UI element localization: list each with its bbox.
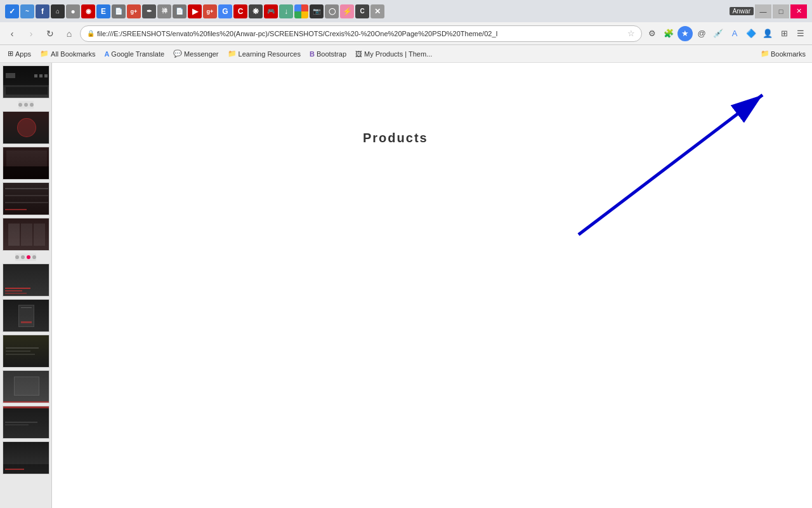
dots-row-2 [15, 253, 36, 261]
address-bar[interactable]: 🔒 file:///E:/SREENSHOTS/envato%20files%2… [80, 25, 642, 42]
address-text: file:///E:/SREENSHOTS/envato%20files%20(… [97, 30, 625, 37]
extension1-icon[interactable]: ★ [678, 26, 693, 41]
screen-icon[interactable]: ⊞ [776, 26, 792, 41]
thumbnail-8[interactable] [3, 335, 49, 368]
at-icon[interactable]: @ [694, 26, 709, 41]
star-icon[interactable]: ☆ [627, 29, 635, 38]
thumbnail-5[interactable] [3, 218, 49, 251]
nav-ext2[interactable]: 👤 [760, 26, 775, 41]
bookmark-learning[interactable]: 📁 Learning Resources [224, 48, 304, 59]
bookmark-bootstrap[interactable]: B Bootstrap [306, 49, 350, 59]
toolbar-icon-doc2[interactable]: 📄 [173, 4, 187, 18]
lock-icon: 🔒 [87, 30, 95, 37]
forward-button[interactable]: › [23, 25, 39, 42]
toolbar-icon-pen[interactable]: ✒ [142, 4, 156, 18]
reload-button[interactable]: ↻ [42, 25, 58, 42]
thumbnail-2[interactable] [3, 111, 49, 144]
settings-icon[interactable]: ⚙ [645, 26, 660, 41]
dot-3 [30, 103, 34, 107]
products-icon: 🖼 [355, 50, 362, 58]
thumb-img-8 [3, 335, 49, 367]
more-folder-icon: 📁 [761, 50, 769, 58]
toolbar-icons-row: ✓ ~ f ⌂ ● ◉ E 📄 g+ ✒ 禅 📄 ▶ g+ G C ❋ 🎮 ↓ … [5, 3, 807, 20]
thumbnail-4[interactable] [3, 182, 49, 215]
minimize-button[interactable]: — [755, 4, 771, 18]
products-text: Products [363, 131, 428, 145]
dot-7 [32, 255, 36, 259]
thumbnail-9[interactable] [3, 370, 49, 403]
thumb-img-3 [3, 147, 49, 179]
toolbar-icon-c2[interactable]: C [355, 4, 369, 18]
thumbnail-sidebar[interactable] [0, 63, 52, 508]
nav-ext1[interactable]: 🔷 [743, 26, 759, 41]
eyedropper-icon[interactable]: 💉 [710, 26, 726, 41]
toolbar-icon-chrome[interactable] [294, 4, 308, 18]
toolbar-icon-doc[interactable]: 📄 [112, 4, 126, 18]
bootstrap-icon: B [310, 50, 315, 58]
translate-icon[interactable]: A [727, 26, 742, 41]
more-bookmarks-label: Bookmarks [771, 50, 806, 58]
content-area: Products [0, 63, 812, 508]
thumbnail-6[interactable] [3, 264, 49, 297]
bookmark-all-bookmarks[interactable]: 📁 All Bookmarks [36, 48, 99, 59]
toolbar-icon-e[interactable]: E [96, 4, 110, 18]
thumbnail-3[interactable] [3, 147, 49, 180]
toolbar-icon-dot[interactable]: ● [66, 4, 80, 18]
toolbar-icon-gplus[interactable]: g+ [127, 4, 141, 18]
bootstrap-label: Bootstrap [317, 50, 346, 58]
folder-icon: 📁 [40, 50, 49, 58]
navigation-bar: ‹ › ↻ ⌂ 🔒 file:///E:/SREENSHOTS/envato%2… [0, 22, 812, 45]
puzzle-icon[interactable]: 🧩 [661, 26, 676, 41]
chrome-window: ✓ ~ f ⌂ ● ◉ E 📄 g+ ✒ 禅 📄 ▶ g+ G C ❋ 🎮 ↓ … [0, 0, 812, 508]
apps-icon: ⊞ [8, 50, 13, 58]
thumb-img-9 [3, 371, 49, 403]
toolbar-icon-gplus2[interactable]: g+ [203, 4, 217, 18]
toolbar-icon-wave[interactable]: ~ [20, 4, 34, 18]
more-bookmarks[interactable]: 📁 Bookmarks [758, 48, 808, 59]
dot-1 [18, 103, 22, 107]
bookmark-myproducts[interactable]: 🖼 My Products | Them... [351, 49, 436, 59]
thumbnail-7[interactable] [3, 299, 49, 332]
bookmark-messenger[interactable]: 💬 Messenger [169, 48, 222, 59]
toolbar-icon-close[interactable]: ✕ [370, 4, 384, 18]
thumb-img-2 [3, 112, 49, 144]
toolbar-icon-play[interactable]: ▶ [188, 4, 202, 18]
dot-5 [21, 255, 25, 259]
maximize-button[interactable]: □ [773, 4, 789, 18]
dot-4 [15, 255, 19, 259]
toolbar-icon-c[interactable]: C [233, 4, 247, 18]
toolbar-icon-google[interactable]: G [218, 4, 232, 18]
toolbar-icon-down[interactable]: ↓ [279, 4, 293, 18]
products-label: My Products | Them... [364, 50, 432, 58]
back-button[interactable]: ‹ [4, 25, 20, 42]
thumbnail-10[interactable] [3, 406, 49, 439]
menu-button[interactable]: ☰ [793, 26, 808, 41]
toolbar-icon-red[interactable]: ◉ [81, 4, 95, 18]
toolbar-icon-circle[interactable]: ◯ [325, 4, 339, 18]
thumb-img-6 [3, 264, 49, 296]
dots-row-1 [18, 101, 34, 109]
toolbar-icon-lightning[interactable]: ⚡ [340, 4, 354, 18]
bookmarks-bar: ⊞ Apps 📁 All Bookmarks A Google Translat… [0, 45, 812, 63]
home-button[interactable]: ⌂ [61, 25, 77, 42]
learning-label: Learning Resources [239, 50, 301, 58]
title-bar: ✓ ~ f ⌂ ● ◉ E 📄 g+ ✒ 禅 📄 ▶ g+ G C ❋ 🎮 ↓ … [0, 0, 812, 22]
toolbar-icon-star[interactable]: ❋ [249, 4, 263, 18]
bookmark-translate[interactable]: A Google Translate [100, 49, 168, 59]
toolbar-icon-github[interactable]: ⌂ [51, 4, 65, 18]
dot-2 [24, 103, 28, 107]
messenger-icon: 💬 [173, 50, 182, 58]
toolbar-icon-zen[interactable]: 禅 [157, 4, 171, 18]
close-button[interactable]: ✕ [790, 4, 807, 18]
toolbar-icon-facebook[interactable]: f [36, 4, 49, 18]
thumb-img-4 [3, 183, 49, 215]
apps-label: Apps [15, 50, 31, 58]
toolbar-icon-check[interactable]: ✓ [5, 4, 19, 18]
toolbar-icon-game[interactable]: 🎮 [264, 4, 278, 18]
all-bookmarks-label: All Bookmarks [51, 50, 95, 58]
bookmark-apps[interactable]: ⊞ Apps [4, 48, 35, 59]
thumbnail-1[interactable] [3, 65, 49, 98]
thumbnail-11[interactable] [3, 441, 49, 474]
thumb-img-10 [3, 406, 49, 438]
toolbar-icon-camera[interactable]: 📷 [310, 4, 324, 18]
